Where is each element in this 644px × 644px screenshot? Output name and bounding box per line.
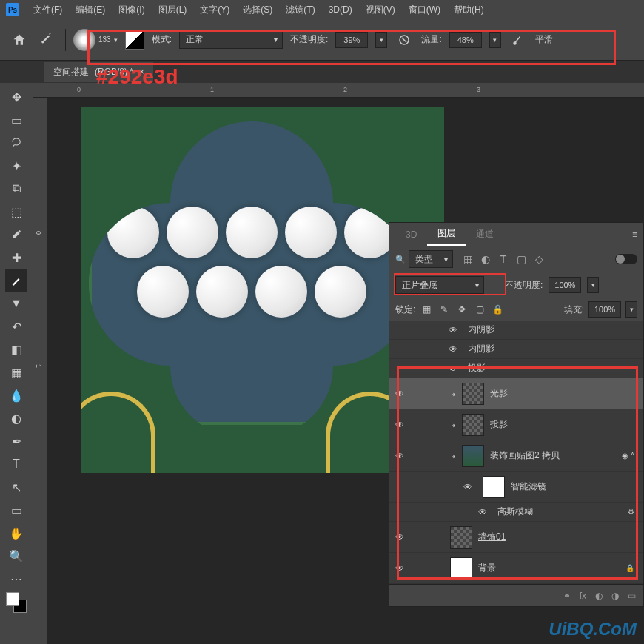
layer-smart-filter[interactable]: 👁 智能滤镜: [389, 472, 643, 503]
visibility-icon[interactable]: 👁: [463, 482, 477, 492]
group-icon[interactable]: ▭: [628, 591, 636, 601]
tab-channels[interactable]: 通道: [466, 224, 504, 245]
layer-thumbnail[interactable]: [462, 383, 484, 405]
filter-options-icon[interactable]: ⚙: [628, 508, 637, 516]
menu-type[interactable]: 文字(Y): [193, 4, 236, 16]
menu-select[interactable]: 选择(S): [236, 4, 279, 16]
visibility-icon[interactable]: 👁: [395, 389, 409, 399]
rectangle-tool[interactable]: ▭: [5, 499, 27, 521]
frame-tool[interactable]: ⬚: [5, 201, 27, 223]
menu-filter[interactable]: 滤镜(T): [279, 4, 321, 16]
search-icon[interactable]: 🔍: [395, 255, 406, 264]
fx-icon[interactable]: fx: [580, 591, 586, 601]
layer-effect[interactable]: 👁内阴影: [389, 340, 643, 359]
smart-object-icon[interactable]: ◉ ˄: [622, 452, 637, 460]
pressure-opacity-icon[interactable]: [395, 30, 414, 50]
healing-tool[interactable]: ✚: [5, 246, 27, 269]
eraser-tool[interactable]: ◧: [5, 338, 27, 360]
history-brush-tool[interactable]: ↶: [5, 315, 27, 338]
menu-edit[interactable]: 编辑(E): [69, 4, 112, 16]
dodge-tool[interactable]: ◐: [5, 407, 27, 429]
color-swatches[interactable]: [6, 592, 27, 613]
visibility-icon[interactable]: 👁: [449, 363, 462, 374]
magic-wand-tool[interactable]: ✦: [5, 155, 27, 177]
filter-shape-icon[interactable]: ▢: [515, 253, 527, 265]
eyedropper-tool[interactable]: [5, 224, 27, 246]
airbrush-icon[interactable]: [509, 30, 528, 50]
lock-pixels-icon[interactable]: ✎: [437, 303, 451, 316]
path-tool[interactable]: ↖: [5, 476, 27, 498]
layer-row[interactable]: 👁 墙饰01: [389, 522, 643, 553]
filter-type-dropdown[interactable]: 类型: [409, 250, 453, 268]
hand-tool[interactable]: ✋: [5, 522, 27, 544]
opacity-dropdown[interactable]: ▾: [375, 32, 387, 48]
layer-thumbnail[interactable]: [462, 414, 484, 436]
lasso-tool[interactable]: [5, 132, 27, 154]
stamp-tool[interactable]: ▼: [5, 292, 27, 315]
mask-icon[interactable]: ◐: [595, 591, 603, 601]
menu-view[interactable]: 视图(V): [359, 4, 402, 16]
layer-row[interactable]: 👁 背景 🔒: [389, 553, 643, 584]
edit-toolbar[interactable]: ⋯: [5, 568, 27, 590]
layer-row[interactable]: 👁 ↳ 投影: [389, 409, 643, 440]
visibility-icon[interactable]: 👁: [395, 451, 409, 461]
lock-all-icon[interactable]: 🔒: [491, 303, 504, 316]
layer-row[interactable]: 👁 ↳ 光影: [389, 378, 643, 409]
layer-effect[interactable]: 👁投影: [389, 359, 643, 378]
visibility-icon[interactable]: 👁: [449, 325, 462, 335]
fill-dropdown[interactable]: ▾: [625, 301, 637, 318]
tab-3d[interactable]: 3D: [395, 225, 427, 244]
layer-thumbnail[interactable]: [450, 526, 472, 549]
layer-blend-dropdown[interactable]: 正片叠底: [395, 276, 484, 294]
zoom-tool[interactable]: 🔍: [5, 545, 27, 567]
blend-mode-dropdown[interactable]: 正常: [179, 31, 283, 49]
filter-mask-thumbnail[interactable]: [483, 476, 505, 498]
filter-smart-icon[interactable]: ◇: [533, 253, 545, 265]
filter-text-icon[interactable]: T: [497, 253, 509, 265]
opacity-input[interactable]: 39%: [335, 32, 368, 48]
menu-help[interactable]: 帮助(H): [447, 4, 491, 16]
gradient-tool[interactable]: ▦: [5, 361, 27, 383]
layer-row[interactable]: 👁 ↳ 装饰画贴图2 拷贝 ◉ ˄: [389, 440, 643, 472]
filter-adjust-icon[interactable]: ◐: [480, 253, 492, 265]
ruler-vertical[interactable]: 0 1: [33, 98, 47, 644]
tab-layers[interactable]: 图层: [427, 223, 466, 246]
visibility-icon[interactable]: 👁: [478, 507, 492, 517]
link-layers-icon[interactable]: ⚭: [563, 591, 571, 601]
brush-panel-toggle[interactable]: [125, 30, 144, 50]
layer-effect[interactable]: 👁内阴影: [389, 321, 643, 340]
move-tool[interactable]: ✥: [5, 86, 27, 108]
lock-transparency-icon[interactable]: ▦: [420, 303, 433, 316]
layer-filter-item[interactable]: 👁 高斯模糊 ⚙: [389, 503, 643, 522]
pen-tool[interactable]: ✒: [5, 430, 27, 452]
filter-pixel-icon[interactable]: ▦: [462, 253, 474, 265]
blur-tool[interactable]: 💧: [5, 384, 27, 406]
type-tool[interactable]: T: [5, 453, 27, 475]
brush-tool[interactable]: [5, 269, 27, 292]
marquee-tool[interactable]: ▭: [5, 109, 27, 131]
menu-image[interactable]: 图像(I): [112, 4, 151, 16]
menu-file[interactable]: 文件(F): [27, 4, 69, 16]
layer-thumbnail[interactable]: [462, 445, 484, 467]
flow-dropdown[interactable]: ▾: [489, 32, 501, 48]
lock-artboard-icon[interactable]: ▢: [473, 303, 486, 316]
flow-input[interactable]: 48%: [449, 32, 482, 48]
layer-thumbnail[interactable]: [450, 557, 472, 580]
visibility-icon[interactable]: 👁: [395, 420, 409, 430]
layer-opacity-dropdown[interactable]: ▾: [587, 277, 599, 293]
fill-input[interactable]: 100%: [588, 301, 621, 318]
menu-window[interactable]: 窗口(W): [402, 4, 447, 16]
menu-3d[interactable]: 3D(D): [322, 4, 359, 15]
menu-layer[interactable]: 图层(L): [152, 4, 194, 16]
layer-opacity-input[interactable]: 100%: [549, 277, 581, 293]
adjustment-icon[interactable]: ◑: [611, 591, 619, 601]
home-button[interactable]: [7, 28, 31, 52]
brush-preset-picker[interactable]: 133 ▾: [73, 29, 118, 51]
visibility-icon[interactable]: 👁: [395, 563, 409, 574]
crop-tool[interactable]: ⧉: [5, 178, 27, 200]
filter-toggle[interactable]: [615, 254, 637, 264]
lock-position-icon[interactable]: ✥: [455, 303, 469, 316]
visibility-icon[interactable]: 👁: [449, 344, 462, 355]
visibility-icon[interactable]: 👁: [395, 532, 409, 543]
panel-menu-icon[interactable]: ≡: [632, 229, 637, 240]
